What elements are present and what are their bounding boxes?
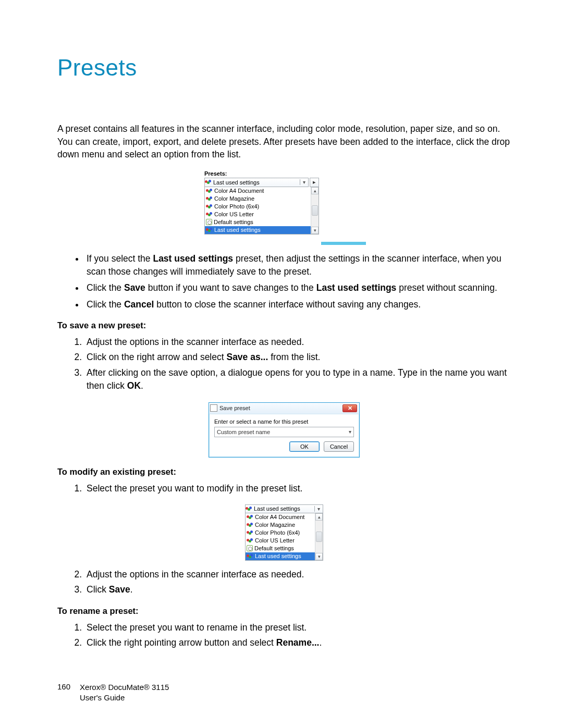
list-item[interactable]: Color US Letter: [255, 537, 295, 544]
gear-icon: [247, 545, 253, 551]
save-preset-dialog: Save preset ✕ Enter or select a name for…: [209, 402, 360, 458]
list-item[interactable]: Color A4 Document: [214, 188, 264, 194]
scroll-thumb[interactable]: [316, 532, 322, 542]
scrollbar[interactable]: ▴ ▾: [315, 513, 323, 560]
modify-steps: Select the preset you want to modify in …: [84, 482, 511, 495]
save-preset-heading: To save a new preset:: [57, 320, 511, 330]
gear-icon: [206, 219, 212, 225]
presets-combobox-value: Last used settings: [254, 505, 300, 512]
presets-combobox[interactable]: Last used settings ▾: [204, 178, 309, 187]
list-item[interactable]: Color US Letter: [214, 211, 254, 217]
preset-icon: [206, 212, 213, 217]
preset-icon: [247, 522, 253, 528]
preset-icon: [247, 553, 253, 559]
dialog-titlebar: Save preset ✕: [209, 403, 359, 414]
scroll-thumb[interactable]: [312, 205, 318, 216]
step-item: Select the preset you want to rename in …: [84, 621, 511, 634]
presets-figure-2: Last used settings ▾ Color A4 Document C…: [245, 504, 323, 561]
list-item[interactable]: Color Magazine: [255, 522, 295, 528]
preset-icon: [247, 514, 253, 520]
footer-product: Xerox® DocuMate® 3115: [80, 683, 169, 692]
chevron-down-icon[interactable]: ▾: [314, 506, 323, 512]
step-item: Select the preset you want to modify in …: [84, 482, 511, 495]
save-steps: Adjust the options in the scanner interf…: [84, 336, 511, 393]
dialog-prompt: Enter or select a name for this preset: [214, 418, 354, 425]
dialog-icon: [210, 404, 217, 412]
presets-menu-arrow-button[interactable]: ▸: [310, 178, 319, 187]
rename-steps: Select the preset you want to rename in …: [84, 621, 511, 650]
list-item[interactable]: Default settings: [214, 219, 253, 225]
step-item: Click Save.: [84, 583, 511, 596]
bullet-item: Click the Cancel button to close the sca…: [84, 298, 511, 311]
preset-icon: [247, 530, 253, 536]
preset-name-value: Custom preset name: [217, 429, 270, 435]
preset-icon: [206, 227, 213, 233]
presets-combobox-value: Last used settings: [213, 179, 260, 186]
ok-button[interactable]: OK: [289, 441, 320, 452]
step-item: Adjust the options in the scanner interf…: [84, 336, 511, 349]
chevron-down-icon[interactable]: ▾: [349, 429, 351, 435]
chevron-down-icon[interactable]: ▾: [300, 179, 308, 185]
step-item: Click on the right arrow and select Save…: [84, 351, 511, 364]
preset-icon: [206, 196, 213, 202]
cancel-button[interactable]: Cancel: [324, 441, 354, 452]
presets-listbox[interactable]: Color A4 Document Color Magazine Color P…: [245, 513, 323, 561]
preset-icon: [247, 538, 253, 544]
list-item[interactable]: Color Magazine: [214, 195, 254, 202]
bullet-item: Click the Save button if you want to sav…: [84, 281, 511, 294]
list-item[interactable]: Color Photo (6x4): [214, 203, 259, 209]
list-item[interactable]: Last used settings: [255, 553, 301, 559]
scroll-down-icon[interactable]: ▾: [311, 227, 319, 234]
presets-label: Presets:: [204, 170, 319, 177]
step-item: Adjust the options in the scanner interf…: [84, 568, 511, 581]
list-item[interactable]: Last used settings: [214, 227, 261, 233]
dialog-title: Save preset: [219, 405, 250, 411]
bullet-list: If you select the Last used settings pre…: [84, 252, 511, 312]
presets-listbox[interactable]: Color A4 Document Color Magazine Color P…: [204, 187, 319, 235]
page-footer: 160 Xerox® DocuMate® 3115 User's Guide: [57, 682, 169, 704]
modify-preset-heading: To modify an existing preset:: [57, 467, 511, 477]
page-title: Presets: [57, 55, 511, 81]
scroll-up-icon[interactable]: ▴: [311, 187, 319, 194]
preset-name-input[interactable]: Custom preset name ▾: [214, 427, 354, 437]
footer-doc-title: User's Guide: [80, 693, 125, 702]
presets-combobox[interactable]: Last used settings ▾: [245, 504, 323, 513]
list-item[interactable]: Color A4 Document: [255, 514, 304, 520]
modify-steps-cont: Adjust the options in the scanner interf…: [84, 568, 511, 597]
preset-icon: [206, 204, 213, 209]
preset-icon: [246, 506, 252, 512]
step-item: Click the right pointing arrow button an…: [84, 636, 511, 649]
list-item[interactable]: Color Photo (6x4): [255, 529, 300, 536]
bullet-item: If you select the Last used settings pre…: [84, 252, 511, 279]
scroll-up-icon[interactable]: ▴: [315, 513, 323, 521]
rename-preset-heading: To rename a preset:: [57, 606, 511, 616]
scrollbar[interactable]: ▴ ▾: [311, 187, 319, 234]
page-number: 160: [57, 682, 70, 704]
scroll-down-icon[interactable]: ▾: [315, 553, 323, 560]
intro-paragraph: A preset contains all features in the sc…: [57, 122, 511, 161]
preset-icon: [206, 188, 213, 194]
presets-figure: Presets: Last used settings ▾ ▸ Color A4…: [202, 168, 366, 245]
close-button[interactable]: ✕: [342, 404, 357, 412]
step-item: After clicking on the save option, a dia…: [84, 366, 511, 393]
list-item[interactable]: Default settings: [254, 545, 294, 551]
preset-icon: [205, 179, 212, 185]
